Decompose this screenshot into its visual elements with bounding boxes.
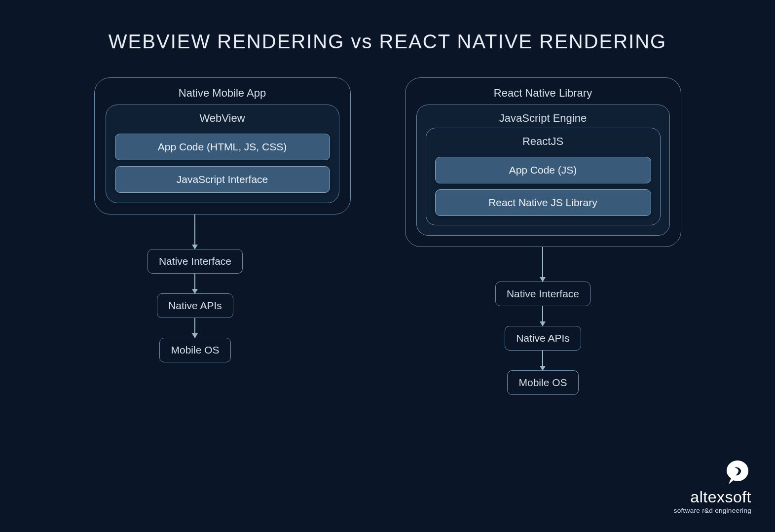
arrow-icon	[194, 214, 195, 249]
arrow-icon	[542, 351, 543, 370]
app-code-js-box: App Code (JS)	[435, 157, 651, 183]
webview-box: WebView App Code (HTML, JS, CSS) JavaScr…	[106, 105, 339, 203]
react-native-flow: Native Interface Native APIs Mobile OS	[495, 247, 590, 395]
js-engine-box: JavaScript Engine ReactJS App Code (JS) …	[416, 105, 670, 236]
native-interface-box: Native Interface	[495, 282, 590, 306]
altexsoft-logo-icon	[724, 459, 751, 486]
webview-column: Native Mobile App WebView App Code (HTML…	[94, 77, 351, 395]
diagram-title: WEBVIEW RENDERING vs REACT NATIVE RENDER…	[0, 0, 775, 53]
app-code-html-box: App Code (HTML, JS, CSS)	[115, 134, 330, 160]
arrow-icon	[542, 306, 543, 326]
native-apis-box: Native APIs	[157, 293, 233, 318]
rn-js-library-box: React Native JS Library	[435, 189, 651, 216]
altexsoft-logo: altexsoft software r&d engineering	[674, 459, 751, 514]
react-native-library-box: React Native Library JavaScript Engine R…	[405, 77, 681, 247]
altexsoft-name: altexsoft	[674, 489, 751, 505]
native-mobile-app-label: Native Mobile App	[106, 84, 339, 105]
diagram-columns: Native Mobile App WebView App Code (HTML…	[0, 77, 775, 395]
native-mobile-app-box: Native Mobile App WebView App Code (HTML…	[94, 77, 351, 214]
native-apis-box: Native APIs	[505, 326, 581, 351]
react-native-library-label: React Native Library	[416, 84, 670, 105]
reactjs-box: ReactJS App Code (JS) React Native JS Li…	[426, 128, 661, 225]
js-interface-box: JavaScript Interface	[115, 166, 330, 193]
js-engine-label: JavaScript Engine	[426, 110, 661, 128]
reactjs-label: ReactJS	[435, 133, 651, 151]
mobile-os-box: Mobile OS	[507, 370, 578, 395]
react-native-column: React Native Library JavaScript Engine R…	[405, 77, 681, 395]
native-interface-box: Native Interface	[148, 249, 243, 274]
mobile-os-box: Mobile OS	[159, 338, 230, 362]
arrow-icon	[542, 247, 543, 282]
arrow-icon	[194, 318, 195, 338]
webview-flow: Native Interface Native APIs Mobile OS	[148, 214, 243, 362]
webview-label: WebView	[115, 110, 330, 128]
arrow-icon	[194, 274, 195, 293]
altexsoft-tagline: software r&d engineering	[674, 507, 751, 514]
